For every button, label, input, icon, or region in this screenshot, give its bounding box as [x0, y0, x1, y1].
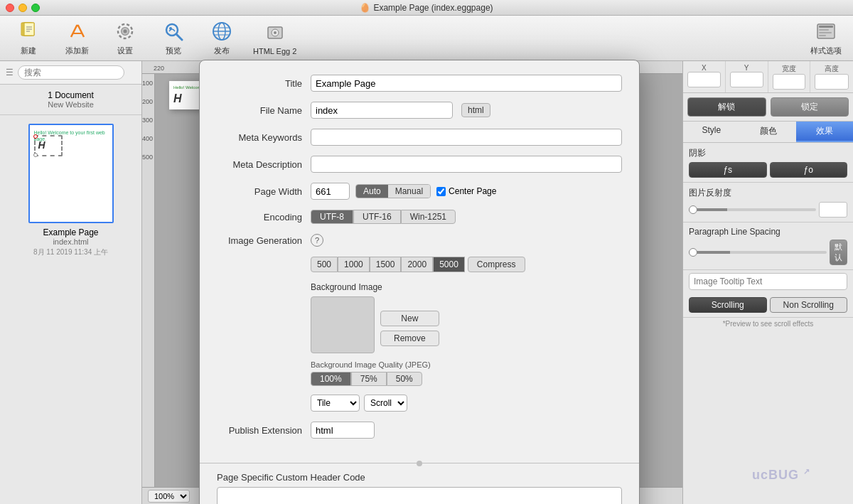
paragraph-section: Paragraph Line Spacing 默认	[683, 222, 853, 270]
unlock-button[interactable]: 解锁	[687, 97, 766, 117]
encoding-utf16[interactable]: UTF-16	[353, 210, 401, 224]
img-size-5000[interactable]: 5000	[433, 257, 465, 272]
toolbar-item-settings[interactable]: 设置	[108, 20, 142, 56]
page-file: index.html	[53, 237, 88, 246]
meta-keywords-input[interactable]	[311, 129, 622, 146]
svg-rect-25	[819, 29, 829, 31]
new-icon	[17, 20, 40, 43]
bg-remove-button[interactable]: Remove	[380, 331, 439, 346]
zoom-select[interactable]: 100% 75% 150% 200%	[148, 490, 190, 503]
paragraph-default-btn[interactable]: 默认	[830, 240, 847, 265]
h-input[interactable]	[815, 74, 849, 90]
img-size-1500[interactable]: 1500	[370, 257, 402, 272]
x-input[interactable]	[687, 72, 721, 87]
filename-label: File Name	[217, 105, 302, 116]
toolbar-item-styles[interactable]: 样式选项	[810, 20, 842, 56]
filename-input[interactable]	[311, 102, 453, 119]
tab-style[interactable]: Style	[683, 122, 740, 142]
tab-color[interactable]: 颜色	[740, 122, 797, 142]
toolbar-settings-label: 设置	[117, 45, 133, 56]
page-thumbnail: Hello! Welcome to your first web page. H	[28, 124, 114, 223]
quality-75[interactable]: 75%	[351, 372, 387, 386]
svg-point-22	[274, 31, 277, 34]
add-icon	[65, 20, 88, 43]
toolbar-item-preview[interactable]: 预览	[156, 20, 191, 56]
encoding-utf8[interactable]: UTF-8	[311, 210, 353, 224]
manual-button[interactable]: Manual	[388, 185, 430, 198]
scroll-select[interactable]: Scroll Fixed	[364, 395, 407, 412]
svg-rect-24	[819, 26, 833, 28]
bg-image-section: Background Image New Remove Background I…	[217, 282, 622, 412]
search-bar: ☰	[0, 61, 141, 85]
window-title: 🥚 Example Page (index.eggpage)	[360, 3, 493, 13]
quality-group: 100% 75% 50%	[311, 372, 439, 386]
custom-header-label: Page Specific Custom Header Code	[217, 472, 622, 483]
y-input[interactable]	[730, 72, 763, 87]
coord-y: Y	[726, 61, 768, 92]
shadow-btn-1[interactable]: ƒs	[689, 162, 767, 178]
paragraph-slider[interactable]	[689, 251, 827, 254]
auto-button[interactable]: Auto	[356, 185, 388, 198]
tile-select[interactable]: Tile No Tile Stretch	[311, 395, 360, 412]
bg-image-area: Background Image New Remove Background I…	[217, 282, 622, 422]
scroll-hint: *Preview to see scroll effects	[683, 318, 853, 330]
minimize-button[interactable]	[18, 4, 27, 12]
maximize-button[interactable]	[31, 4, 40, 12]
reflection-slider[interactable]	[689, 208, 816, 211]
bg-new-button[interactable]: New	[380, 311, 439, 326]
shadow-btn-2[interactable]: ƒo	[770, 162, 848, 178]
meta-description-row: Meta Description	[217, 156, 622, 173]
toolbar-item-add[interactable]: 添加新	[60, 20, 94, 56]
coord-x: X	[683, 61, 726, 92]
settings-icon	[114, 20, 136, 43]
image-size-row: 500 1000 1500 2000 5000 Compress	[217, 257, 622, 272]
publish-ext-input[interactable]	[311, 422, 375, 439]
img-size-1000[interactable]: 1000	[338, 257, 370, 272]
meta-description-label: Meta Description	[217, 159, 302, 170]
page-width-section: Auto Manual Center Page	[311, 183, 496, 200]
page-width-input[interactable]	[311, 183, 350, 200]
page-width-label: Page Width	[217, 186, 302, 197]
title-input[interactable]	[311, 75, 622, 92]
tile-scroll-row: Tile No Tile Stretch Scroll Fixed	[311, 395, 439, 412]
toolbar-item-htmlegg2[interactable]: HTML Egg 2	[253, 21, 296, 55]
img-size-500[interactable]: 500	[311, 257, 338, 272]
scrolling-button[interactable]: Scrolling	[689, 297, 767, 313]
lock-button[interactable]: 锁定	[771, 97, 849, 117]
reflection-value[interactable]	[819, 202, 847, 218]
help-icon[interactable]: ?	[311, 234, 323, 247]
page-width-row: Page Width Auto Manual Center Page	[217, 183, 622, 200]
tooltip-input[interactable]	[689, 273, 847, 290]
tab-effects[interactable]: 效果	[796, 122, 853, 142]
image-gen-section: ?	[311, 234, 323, 247]
toolbar-publish-label: 发布	[214, 45, 230, 56]
toolbar-item-new[interactable]: 新建	[11, 20, 45, 56]
toolbar-item-publish[interactable]: 发布	[205, 20, 239, 56]
custom-header-textarea[interactable]	[217, 487, 622, 504]
right-panel: X Y 宽度 高度 解锁 锁定 Style 颜色 效果	[682, 61, 853, 504]
quality-50[interactable]: 50%	[387, 372, 422, 386]
center-page-checkbox[interactable]	[436, 187, 446, 196]
meta-keywords-row: Meta Keywords	[217, 129, 622, 146]
encoding-label: Encoding	[217, 212, 302, 222]
svg-rect-26	[819, 32, 832, 33]
sidebar-page[interactable]: Hello! Welcome to your first web page. H…	[0, 115, 141, 266]
sidebar-document-info: 1 Document New Website	[0, 85, 141, 115]
compress-button[interactable]: Compress	[468, 257, 525, 272]
quality-100[interactable]: 100%	[311, 372, 351, 386]
paragraph-row: 默认	[689, 240, 847, 265]
encoding-group: UTF-8 UTF-16 Win-1251	[311, 210, 456, 224]
image-gen-row: Image Generation ?	[217, 234, 622, 247]
img-size-2000[interactable]: 2000	[401, 257, 433, 272]
encoding-win1251[interactable]: Win-1251	[401, 210, 456, 224]
titlebar: 🥚 Example Page (index.eggpage)	[0, 0, 853, 16]
scroll-toggle-row: Scrolling Non Scrolling	[683, 293, 853, 318]
search-input[interactable]	[18, 65, 124, 80]
reflection-section: 图片反射度	[683, 183, 853, 222]
non-scrolling-button[interactable]: Non Scrolling	[770, 297, 848, 313]
close-button[interactable]	[6, 4, 14, 12]
panel-actions: 解锁 锁定	[683, 93, 853, 122]
w-input[interactable]	[773, 74, 806, 90]
meta-description-input[interactable]	[311, 156, 622, 173]
shadow-buttons-row: ƒs ƒo	[689, 162, 847, 178]
